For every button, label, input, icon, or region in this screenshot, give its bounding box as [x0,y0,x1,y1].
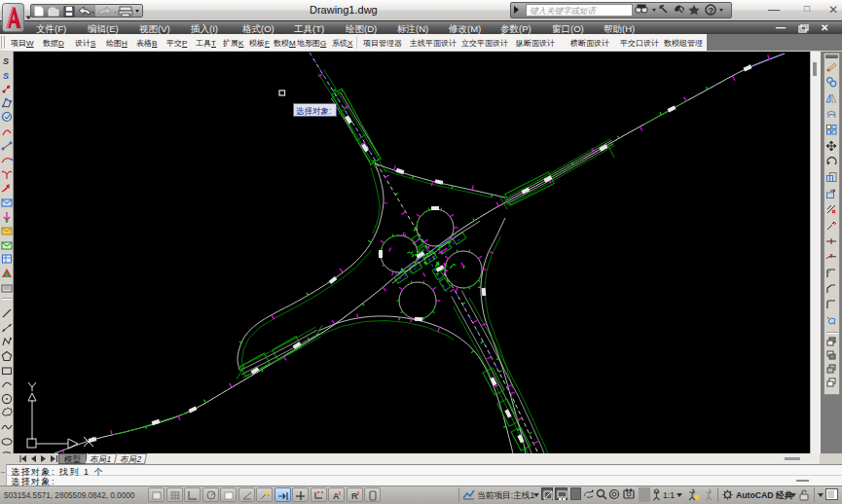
svg-text:选择对象:: 选择对象: [295,106,331,116]
svg-text:?: ? [709,6,714,16]
svg-text:R: R [351,491,358,501]
svg-text:A: A [333,491,340,501]
svg-text:S: S [3,56,9,66]
svg-text:S: S [3,71,9,81]
